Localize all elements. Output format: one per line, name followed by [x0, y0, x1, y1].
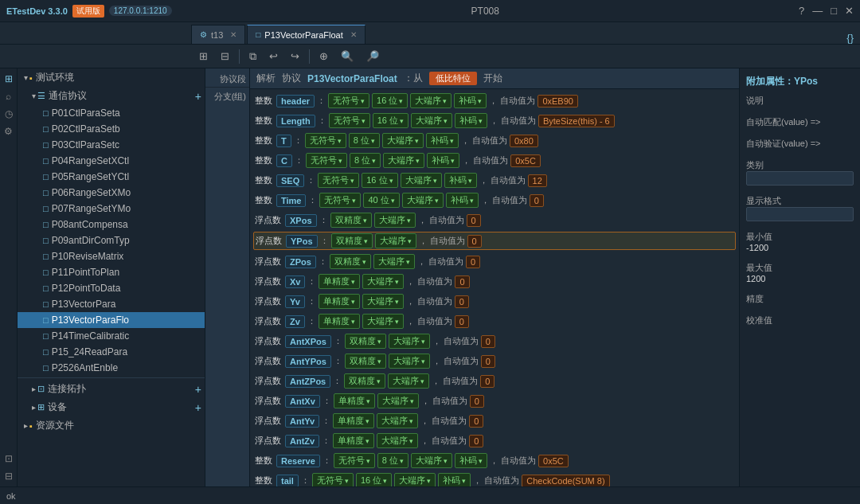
- field-attr-header-0[interactable]: 无符号: [328, 93, 369, 108]
- tree-item-device[interactable]: ▸ ⊞ 设备 +: [18, 398, 205, 416]
- field-attr-AntZv-1[interactable]: 大端序: [377, 433, 418, 448]
- field-auto-val-SEQ[interactable]: 12: [528, 174, 547, 187]
- tab-close-P13[interactable]: ✕: [350, 30, 357, 39]
- field-attr-Time-0[interactable]: 无符号: [319, 193, 361, 208]
- toolbar-undo-btn[interactable]: ↩: [264, 48, 283, 64]
- field-attr-header-1[interactable]: 16 位: [372, 93, 408, 108]
- field-name-tag-Length[interactable]: Length: [276, 115, 315, 127]
- field-name-tag-AntYPos[interactable]: AntYPos: [285, 355, 331, 368]
- field-attr-Xv-0[interactable]: 单精度: [319, 274, 360, 289]
- field-name-tag-ZPos[interactable]: ZPos: [285, 256, 316, 268]
- right-brace-btn[interactable]: {}: [846, 32, 854, 44]
- field-row-C[interactable]: 整数C：无符号8 位大端序补码，自动值为 0x5C: [253, 152, 736, 169]
- field-attr-C-1[interactable]: 8 位: [350, 153, 381, 168]
- field-attr-AntXv-0[interactable]: 单精度: [334, 393, 375, 408]
- field-attr-Xv-1[interactable]: 大端序: [362, 274, 404, 289]
- tree-item-P04RangeSetXCtl[interactable]: □P04RangeSetXCtl: [18, 153, 205, 169]
- field-attr-Length-0[interactable]: 无符号: [329, 113, 370, 128]
- tree-item-P2526AntEnble[interactable]: □P2526AntEnble: [18, 360, 205, 376]
- tree-item-P12PointToData[interactable]: □P12PointToData: [18, 280, 205, 296]
- field-attr-Zv-0[interactable]: 单精度: [319, 314, 360, 329]
- field-name-tag-YPos[interactable]: YPos: [286, 235, 318, 248]
- left-icon-settings[interactable]: ⚙: [2, 124, 15, 139]
- field-row-AntYv[interactable]: 浮点数AntYv：单精度大端序，自动值为 0: [253, 412, 736, 429]
- field-auto-val-AntYv[interactable]: 0: [469, 415, 483, 428]
- field-row-Xv[interactable]: 浮点数Xv：单精度大端序，自动值为 0: [253, 273, 736, 290]
- field-attr-Reserve-1[interactable]: 8 位: [377, 453, 408, 468]
- field-attr-tail-1[interactable]: 16 位: [356, 473, 392, 486]
- add-topology-btn[interactable]: +: [195, 383, 201, 396]
- field-name-tag-AntZPos[interactable]: AntZPos: [285, 375, 330, 388]
- field-auto-val-AntZPos[interactable]: 0: [480, 375, 494, 388]
- field-name-tag-XPos[interactable]: XPos: [285, 214, 317, 227]
- field-attr-Length-1[interactable]: 16 位: [373, 113, 408, 128]
- field-attr-ZPos-1[interactable]: 大端序: [373, 254, 415, 269]
- field-name-tag-tail[interactable]: tail: [276, 475, 299, 487]
- field-row-Reserve[interactable]: 整数Reserve：无符号8 位大端序补码，自动值为 0x5C: [253, 452, 736, 469]
- field-attr-T-0[interactable]: 无符号: [305, 133, 346, 148]
- right-category-select[interactable]: [746, 171, 854, 186]
- field-auto-val-Length[interactable]: ByteSize(this) - 6: [538, 115, 615, 127]
- left-icon-more[interactable]: ⊡: [2, 451, 15, 466]
- tree-item-P07RangeSetYMo[interactable]: □P07RangeSetYMo: [18, 201, 205, 217]
- add-protocol-btn[interactable]: +: [195, 90, 201, 103]
- field-auto-val-T[interactable]: 0x80: [510, 135, 538, 147]
- field-name-tag-Reserve[interactable]: Reserve: [276, 455, 320, 467]
- tree-item-P15_24ReadPara[interactable]: □P15_24ReadPara: [18, 344, 205, 360]
- field-row-AntZPos[interactable]: 浮点数AntZPos：双精度大端序，自动值为 0: [253, 373, 736, 389]
- field-name-tag-SEQ[interactable]: SEQ: [276, 174, 304, 187]
- field-name-tag-Time[interactable]: Time: [276, 194, 306, 207]
- field-attr-Zv-1[interactable]: 大端序: [362, 314, 404, 329]
- tab-close-t13[interactable]: ✕: [230, 30, 236, 39]
- field-row-AntXv[interactable]: 浮点数AntXv：单精度大端序，自动值为 0: [253, 393, 736, 409]
- field-auto-val-AntYPos[interactable]: 0: [481, 355, 495, 368]
- tree-item-topology[interactable]: ▸ ⊡ 连接拓扑 +: [18, 380, 205, 398]
- field-name-tag-AntZv[interactable]: AntZv: [285, 435, 319, 447]
- field-row-YPos[interactable]: 浮点数YPos：双精度大端序，自动值为 0: [253, 232, 736, 250]
- field-attr-AntZPos-1[interactable]: 大端序: [388, 373, 429, 389]
- field-name-tag-AntXPos[interactable]: AntXPos: [285, 335, 331, 348]
- tree-item-P11PointToPlan[interactable]: □P11PointToPlan: [18, 264, 205, 280]
- field-attr-SEQ-3[interactable]: 补码: [444, 173, 477, 188]
- field-attr-AntYPos-1[interactable]: 大端序: [389, 354, 430, 369]
- toolbar-search-btn[interactable]: 🔍: [336, 48, 358, 64]
- field-attr-AntXv-1[interactable]: 大端序: [377, 393, 419, 408]
- toolbar-redo-btn[interactable]: ↪: [286, 48, 304, 64]
- field-attr-AntYPos-0[interactable]: 双精度: [345, 354, 386, 369]
- field-auto-val-ZPos[interactable]: 0: [466, 256, 480, 268]
- field-auto-val-AntZv[interactable]: 0: [469, 435, 483, 447]
- tree-item-P05RangeSetYCtl[interactable]: □P05RangeSetYCtl: [18, 169, 205, 185]
- field-attr-Time-2[interactable]: 大端序: [402, 193, 444, 208]
- field-row-header[interactable]: 整数header：无符号16 位大端序补码，自动值为 0xEB90: [253, 92, 736, 109]
- toolbar-zoom-in-btn[interactable]: ⊕: [315, 48, 333, 64]
- add-device-btn[interactable]: +: [195, 401, 201, 414]
- tree-item-root[interactable]: ▾ ▪ 测试环境: [18, 68, 205, 87]
- left-icon-history[interactable]: ◷: [2, 107, 15, 121]
- field-auto-val-Reserve[interactable]: 0x5C: [538, 455, 569, 467]
- field-attr-AntXPos-0[interactable]: 双精度: [345, 334, 386, 349]
- tree-item-P13VectorParaFlo[interactable]: □P13VectorParaFlo: [18, 312, 205, 328]
- field-attr-T-3[interactable]: 补码: [426, 133, 459, 148]
- field-attr-T-1[interactable]: 8 位: [349, 133, 380, 148]
- field-auto-val-tail[interactable]: CheckCode(SUM 8): [522, 475, 609, 487]
- field-row-tail[interactable]: 整数tail：无符号16 位大端序补码，自动值为 CheckCode(SUM 8…: [253, 472, 736, 486]
- field-attr-AntYv-0[interactable]: 单精度: [333, 413, 374, 428]
- proto-start-pos[interactable]: 低比特位: [429, 72, 477, 85]
- tree-item-P06RangeSetXMo[interactable]: □P06RangeSetXMo: [18, 185, 205, 201]
- field-auto-val-AntXPos[interactable]: 0: [481, 335, 495, 348]
- field-name-tag-Yv[interactable]: Yv: [285, 295, 305, 308]
- field-attr-AntYv-1[interactable]: 大端序: [377, 413, 418, 428]
- toolbar-zoom-out-btn[interactable]: 🔎: [362, 48, 384, 64]
- field-auto-val-Xv[interactable]: 0: [455, 275, 469, 288]
- field-attr-XPos-0[interactable]: 双精度: [330, 213, 372, 228]
- tree-item-P10ReviseMatrix[interactable]: □P10ReviseMatrix: [18, 248, 205, 264]
- field-attr-AntXPos-1[interactable]: 大端序: [389, 334, 430, 349]
- field-attr-C-3[interactable]: 补码: [427, 153, 459, 168]
- field-attr-Yv-1[interactable]: 大端序: [362, 294, 404, 309]
- tree-item-P08antCompensa[interactable]: □P08antCompensa: [18, 217, 205, 232]
- field-attr-tail-2[interactable]: 大端序: [394, 473, 436, 486]
- field-attr-Time-1[interactable]: 40 位: [363, 193, 399, 208]
- field-attr-YPos-1[interactable]: 大端序: [375, 233, 416, 248]
- tree-item-P02CtlParaSetb[interactable]: □P02CtlParaSetb: [18, 121, 205, 137]
- field-row-AntYPos[interactable]: 浮点数AntYPos：双精度大端序，自动值为 0: [253, 353, 736, 369]
